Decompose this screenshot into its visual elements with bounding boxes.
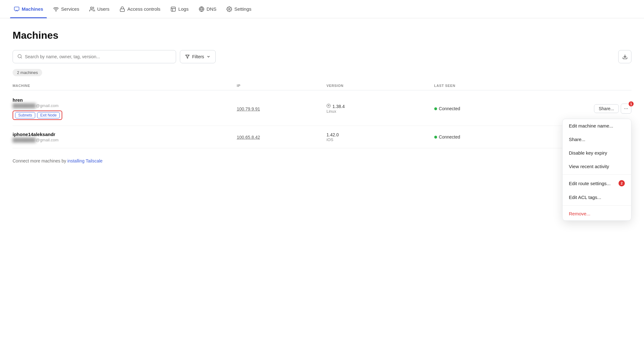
nav-label-users: Users [97,6,109,12]
search-row: Filters [13,50,631,63]
machine-email-1: ████████@gmail.com [13,103,237,108]
install-tailscale-link[interactable]: installing Tailscale [67,158,103,163]
nav-item-services[interactable]: Services [49,0,83,18]
machine-name-1: hren [13,97,237,103]
dropdown-remove[interactable]: Remove... [563,207,631,220]
tag-exit-node[interactable]: Exit Node [37,112,60,118]
svg-rect-3 [120,9,125,11]
page-title: Machines [13,30,631,41]
main-content: Machines Filters 2 machines MACHINE IP V… [0,18,644,341]
nav-item-settings[interactable]: Settings [223,0,255,18]
nav-label-logs: Logs [178,6,189,12]
machine-ip-1: 100.79.9.91 [237,106,326,111]
nav-label-dns: DNS [207,6,217,12]
dropdown-share[interactable]: Share... [563,133,631,146]
table-row: hren ████████@gmail.com Subnets Exit Nod… [13,92,631,126]
nav-item-access-controls[interactable]: Access controls [116,0,164,18]
nav-item-users[interactable]: Users [86,0,113,18]
machine-info-2: iphone14aleksandr ████████@gmail.com [13,132,237,142]
col-header-version: VERSION [326,84,434,88]
more-badge-1: 1 [628,101,634,107]
lock-icon [119,6,125,12]
machine-lastseen-1: Connected [434,106,542,111]
col-header-ip: IP [237,84,326,88]
connected-dot-2 [434,136,437,139]
dropdown-disable-key[interactable]: Disable key expiry [563,146,631,160]
nav-label-access-controls: Access controls [127,6,160,12]
svg-point-9 [229,8,230,10]
machine-lastseen-2: Connected [434,134,542,139]
machine-version-2: 1.42.0 iOS [326,132,434,142]
connected-dot-1 [434,107,437,110]
machine-count-badge: 2 machines [13,69,42,76]
users-icon [89,6,95,12]
table-header: MACHINE IP VERSION LAST SEEN [13,84,631,90]
tag-subnets[interactable]: Subnets [15,112,35,118]
dropdown-edit-route[interactable]: Edit route settings... 2 [563,176,631,190]
col-header-machine: MACHINE [13,84,237,88]
table-row: iphone14aleksandr ████████@gmail.com 100… [13,126,631,148]
chevron-down-icon [207,55,210,59]
dropdown-menu: Edit machine name... Share... Disable ke… [562,119,631,221]
machines-icon [14,6,19,12]
dropdown-route-badge: 2 [619,180,625,186]
svg-marker-12 [186,55,189,59]
col-header-actions [542,84,631,88]
filter-icon [185,54,190,59]
svg-line-11 [21,57,22,58]
nav-label-machines: Machines [22,6,43,12]
nav-label-services: Services [61,6,79,12]
email-blurred-1: ████████ [13,103,36,108]
dropdown-edit-name[interactable]: Edit machine name... [563,119,631,133]
svg-rect-4 [171,7,175,11]
col-header-lastseen: LAST SEEN [434,84,542,88]
nav-item-logs[interactable]: Logs [167,0,192,18]
share-button-1[interactable]: Share... [594,104,619,113]
update-icon [326,104,331,109]
search-wrapper [13,50,176,63]
search-input[interactable] [25,54,171,59]
dropdown-view-activity[interactable]: View recent activity [563,160,631,173]
ellipsis-icon-1: ··· [624,106,628,111]
svg-point-1 [56,11,57,11]
logs-icon [170,6,176,12]
machine-name-2: iphone14aleksandr [13,132,237,137]
nav-item-machines[interactable]: Machines [10,0,47,18]
services-icon [53,6,59,12]
tags-highlighted-container: Subnets Exit Node [13,111,62,120]
nav-item-dns[interactable]: DNS [195,0,220,18]
filters-button[interactable]: Filters [180,50,216,63]
svg-rect-0 [14,7,19,10]
download-icon [622,54,628,60]
svg-point-2 [91,7,92,9]
email-blurred-2: ████████ [13,138,36,142]
more-btn-wrap-1: ··· 1 [621,104,631,114]
actions-cell-1: Share... ··· 1 Edit machine name... Shar… [542,104,631,114]
top-nav: Machines Services Users Access controls … [0,0,644,18]
machine-email-2: ████████@gmail.com [13,138,237,142]
dns-icon [199,6,204,12]
dropdown-divider-1 [563,174,631,175]
machine-ip-2: 100.65.8.42 [237,134,326,140]
nav-label-settings: Settings [234,6,251,12]
footer-note: Connect more machines by installing Tail… [13,158,631,163]
dropdown-edit-acl[interactable]: Edit ACL tags... [563,190,631,204]
download-button[interactable] [618,50,631,63]
dropdown-divider-2 [563,205,631,206]
machine-version-1: 1.38.4 Linux [326,104,434,114]
settings-icon [226,6,232,12]
search-icon [17,54,22,60]
machine-info-1: hren ████████@gmail.com Subnets Exit Nod… [13,97,237,120]
